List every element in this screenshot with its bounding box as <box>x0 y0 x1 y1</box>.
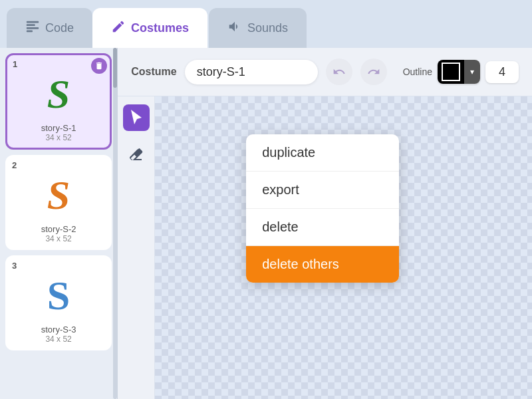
context-menu-delete[interactable]: delete <box>246 209 399 246</box>
outline-dropdown-arrow[interactable]: ▾ <box>464 60 480 84</box>
context-menu-duplicate[interactable]: duplicate <box>246 134 399 172</box>
costume-icon <box>111 19 126 37</box>
svg-rect-2 <box>27 27 39 29</box>
svg-rect-1 <box>27 24 35 26</box>
redo-button[interactable] <box>360 59 387 85</box>
costume-image-1: S <box>32 67 85 120</box>
code-icon <box>25 19 40 37</box>
context-menu: duplicate export delete delete others <box>246 134 399 283</box>
outline-color-swatch <box>438 60 464 84</box>
costume-number-2: 2 <box>12 160 17 170</box>
costume-number-3: 3 <box>12 261 17 271</box>
costume-number-1: 1 <box>13 59 17 69</box>
costume-list: 1 S story-S-1 34 x 52 2 S story-S-2 34 x… <box>0 48 118 399</box>
costume-name-input[interactable] <box>185 60 318 84</box>
outline-section: Outline ▾ 4 <box>403 60 519 84</box>
tab-costumes-label: Costumes <box>131 21 189 35</box>
costume-item-1[interactable]: 1 S story-S-1 34 x 52 <box>5 53 112 150</box>
outline-color-button[interactable]: ▾ <box>438 60 480 84</box>
undo-button[interactable] <box>326 59 352 85</box>
costume-item-3[interactable]: 3 S story-S-3 34 x 52 <box>5 255 112 350</box>
main-content: 1 S story-S-1 34 x 52 2 S story-S-2 34 x… <box>0 48 532 399</box>
outline-color-inner <box>442 63 460 81</box>
svg-rect-0 <box>27 21 39 23</box>
select-tool-button[interactable] <box>123 104 150 131</box>
scroll-thumb[interactable] <box>113 48 117 88</box>
tab-sounds-label: Sounds <box>247 21 288 35</box>
scroll-track <box>113 48 117 399</box>
costume-name-1: story-S-1 <box>41 123 76 133</box>
outline-value: 4 <box>485 61 519 83</box>
tab-code-label: Code <box>45 21 74 35</box>
tool-sidebar <box>118 96 155 399</box>
tab-bar: Code Costumes Sounds <box>0 0 532 48</box>
tab-code[interactable]: Code <box>7 8 92 48</box>
costume-toolbar: Costume Outline ▾ <box>118 48 532 96</box>
context-menu-delete-others[interactable]: delete others <box>246 246 399 283</box>
costume-image-3: S <box>32 269 85 322</box>
sounds-icon <box>227 19 242 37</box>
costume-name-2: story-S-2 <box>41 224 76 234</box>
right-panel: Costume Outline ▾ <box>118 48 532 399</box>
context-menu-export[interactable]: export <box>246 172 399 209</box>
costume-size-3: 34 x 52 <box>45 334 71 344</box>
delete-costume-1-button[interactable] <box>91 58 107 74</box>
costume-item-2[interactable]: 2 S story-S-2 34 x 52 <box>5 155 112 250</box>
costume-size-2: 34 x 52 <box>45 234 71 243</box>
costume-label: Costume <box>131 66 176 78</box>
outline-label: Outline <box>403 66 432 77</box>
tab-costumes[interactable]: Costumes <box>92 8 207 48</box>
tab-sounds[interactable]: Sounds <box>209 8 307 48</box>
eraser-tool-button[interactable] <box>123 142 150 168</box>
costume-image-2: S <box>32 168 85 221</box>
svg-rect-3 <box>27 30 33 32</box>
costume-size-1: 34 x 52 <box>45 133 71 142</box>
costume-name-3: story-S-3 <box>41 325 76 334</box>
